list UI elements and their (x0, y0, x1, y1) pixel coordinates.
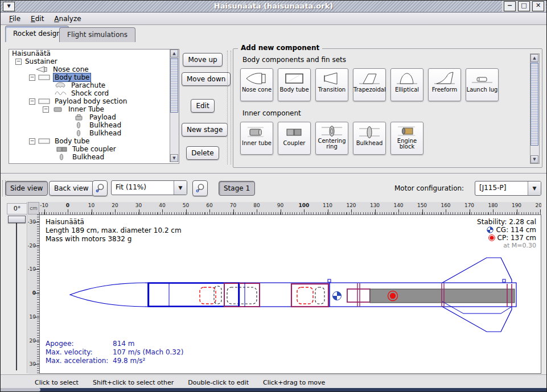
add-engine-block-button[interactable]: Engine block (390, 122, 423, 155)
collapse-icon[interactable]: − (43, 106, 49, 113)
back-view-button[interactable]: Back view (49, 181, 94, 196)
rocket-canvas[interactable]: Haisunäätä Length 189 cm, max. diameter … (39, 214, 541, 374)
tree-scrollbar[interactable]: ▲ ▼ (170, 49, 179, 162)
flight-data: Apogee:814 m Max. velocity:107 m/s (Mach… (46, 340, 183, 365)
edit-button[interactable]: Edit (191, 99, 214, 113)
add-launch-lug-button[interactable]: Launch lug (466, 68, 499, 101)
menu-analyze[interactable]: Analyze (49, 14, 86, 24)
add-nose-cone-button[interactable]: Nose cone (240, 68, 273, 101)
component-tree[interactable]: Haisunäätä − Sustainer Nose cone − Body … (9, 49, 179, 164)
scroll-up-icon[interactable]: ▲ (530, 54, 538, 62)
centering-ring-icon (319, 124, 344, 138)
bulkhead-icon (72, 130, 86, 137)
split-divider[interactable] (227, 51, 231, 164)
collapse-icon[interactable]: − (29, 75, 35, 81)
body-tube-icon (38, 74, 51, 81)
title-bar[interactable]: ▼ Haisunäätä (haisunaata.ork) − □ ✕ (1, 1, 546, 13)
nose-cone-shape[interactable] (70, 283, 148, 307)
rotation-slider-handle[interactable] (8, 216, 26, 223)
add-coupler-button[interactable]: Coupler (278, 122, 311, 155)
rocket-design-panel: Haisunäätä − Sustainer Nose cone − Body … (1, 42, 546, 173)
new-stage-button[interactable]: New stage (182, 123, 228, 137)
menu-edit[interactable]: Edit (26, 14, 49, 24)
status-bar: Click to select Shift+click to select ot… (1, 374, 546, 390)
scrollbar-thumb[interactable] (530, 63, 538, 146)
add-transition-button[interactable]: Transition (315, 68, 348, 101)
body-tube-icon (282, 71, 307, 86)
scroll-up-icon[interactable]: ▲ (170, 49, 178, 57)
collapse-icon[interactable]: − (15, 59, 22, 65)
payload-icon (72, 114, 86, 121)
cg-marker[interactable] (333, 292, 342, 300)
magnifier-minus-icon (94, 183, 106, 194)
hint-click: Click to select (35, 379, 79, 386)
tree-item-inner-tube[interactable]: − Inner Tube (9, 105, 179, 113)
component-panel-scrollbar[interactable]: ▲ ▼ (530, 53, 540, 164)
stability-info: Stability: 2.28 cal CG: 114 cm CP: 137 c… (477, 218, 536, 250)
rocket-view-pane: Side view Back view Fit (11%) ▼ Stage 1 … (1, 173, 546, 375)
zoom-in-button[interactable] (192, 180, 208, 196)
tree-item-body-tube[interactable]: − Body tube (9, 73, 179, 81)
minimize-icon[interactable]: − (504, 1, 516, 11)
add-trapezoidal-fin-button[interactable]: Trapezoidal (353, 68, 386, 101)
move-down-button[interactable]: Move down (182, 72, 231, 86)
motor-configuration-select[interactable]: [J115-P] ▼ (475, 181, 541, 196)
tree-item-shock-cord[interactable]: Shock cord (9, 89, 179, 97)
trapezoidal-fin-icon (357, 71, 382, 86)
tree-item-body-tube-2[interactable]: − Body tube (9, 137, 179, 145)
scrollbar-thumb[interactable] (170, 58, 178, 113)
chevron-down-icon[interactable]: ▼ (174, 181, 187, 195)
bulkhead-icon (357, 124, 382, 140)
tree-item-sustainer[interactable]: − Sustainer (9, 57, 179, 65)
add-inner-tube-button[interactable]: Inner tube (240, 122, 273, 155)
tab-flight-simulations[interactable]: Flight simulations (59, 27, 135, 43)
shock-cord-icon (54, 90, 68, 97)
collapse-icon[interactable]: − (29, 98, 35, 105)
tree-item-bulkhead[interactable]: Bulkhead (9, 121, 179, 129)
move-up-button[interactable]: Move up (183, 53, 222, 67)
tree-item-bulkhead[interactable]: Bulkhead (9, 153, 179, 161)
add-freeform-fin-button[interactable]: Freeform (428, 68, 461, 101)
vertical-ruler: -30-20-100102030 (28, 214, 39, 374)
rotation-slider-track[interactable] (16, 219, 17, 370)
zoom-out-button[interactable] (92, 180, 108, 196)
launch-lug-shape[interactable] (503, 279, 505, 282)
rocket-info: Haisunäätä Length 189 cm, max. diameter … (46, 218, 182, 244)
launch-lug-shape[interactable] (328, 279, 331, 282)
section-label-inner: Inner component (242, 109, 301, 117)
menu-file[interactable]: File (4, 14, 26, 24)
cp-icon (488, 234, 495, 241)
delete-button[interactable]: Delete (186, 146, 219, 160)
tree-item-bulkhead[interactable]: Bulkhead (9, 129, 179, 137)
body-tube-icon (38, 138, 51, 145)
collapse-icon[interactable]: − (29, 138, 35, 145)
fin-lower-shape[interactable] (442, 307, 512, 332)
body-tube-icon (38, 98, 51, 105)
tree-item-tube-coupler[interactable]: Tube coupler (9, 145, 179, 153)
tree-item-payload-section[interactable]: − Payload body section (9, 97, 179, 105)
tree-item-parachute[interactable]: Parachute (9, 81, 179, 89)
close-icon[interactable]: ✕ (532, 1, 544, 11)
menu-bar: File Edit Analyze (1, 13, 546, 25)
add-elliptical-fin-button[interactable]: Elliptical (390, 68, 423, 101)
tree-item-payload[interactable]: Payload (9, 113, 179, 121)
maximize-icon[interactable]: □ (518, 1, 530, 11)
inner-tube-icon (244, 124, 269, 140)
scroll-down-icon[interactable]: ▼ (530, 155, 538, 163)
cg-icon (487, 226, 493, 233)
chevron-down-icon[interactable]: ▼ (528, 181, 541, 195)
elliptical-fin-icon (394, 71, 419, 86)
stage-1-toggle[interactable]: Stage 1 (219, 181, 255, 196)
side-view-button[interactable]: Side view (5, 181, 48, 196)
scroll-down-icon[interactable]: ▼ (170, 154, 178, 162)
freeform-fin-icon (432, 71, 457, 86)
zoom-select[interactable]: Fit (11%) ▼ (111, 180, 187, 195)
add-bulkhead-button[interactable]: Bulkhead (353, 122, 386, 155)
add-centering-ring-button[interactable]: Centering ring (315, 122, 348, 155)
hint-double-click: Double-click to edit (188, 379, 249, 386)
tree-item-rocket[interactable]: Haisunäätä (9, 49, 179, 57)
add-body-tube-button[interactable]: Body tube (278, 68, 311, 101)
fin-upper-shape[interactable] (442, 258, 512, 283)
window-controls: − □ ✕ (502, 1, 546, 12)
tree-item-nose-cone[interactable]: Nose cone (9, 65, 179, 73)
